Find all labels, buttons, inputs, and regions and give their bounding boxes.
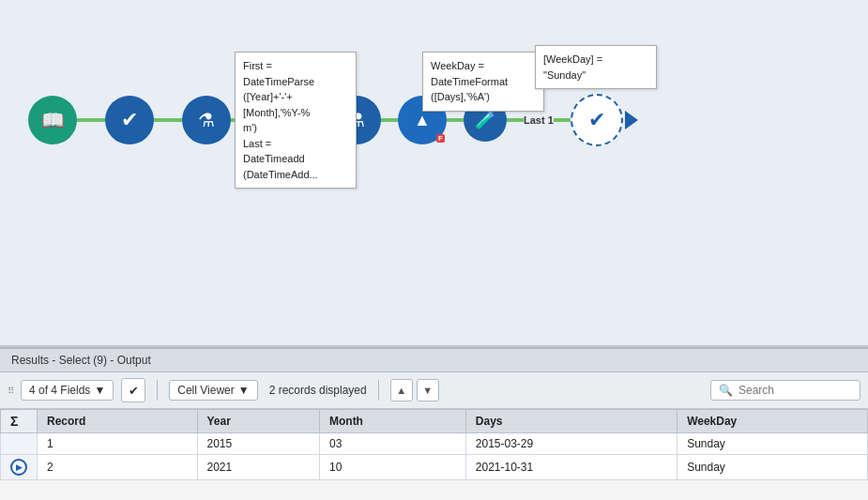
- data-table: Σ Record Year Month Days WeekDay 1201503…: [0, 409, 868, 480]
- formula-3-text: [WeekDay] ="Sunday": [543, 53, 602, 81]
- data-table-container: Σ Record Year Month Days WeekDay 1201503…: [0, 409, 868, 480]
- formula-box-2: WeekDay =DateTimeFormat([Days],'%A'): [422, 52, 544, 112]
- connector-5: [381, 118, 398, 122]
- cell-year: 2015: [197, 433, 319, 455]
- search-box[interactable]: 🔍: [710, 380, 860, 401]
- node-check-final[interactable]: ✔: [571, 94, 623, 146]
- dropdown-arrow: ▼: [94, 384, 105, 397]
- results-panel: Results - Select (9) - Output ⠿ 4 of 4 F…: [0, 347, 868, 500]
- col-record: Record: [38, 410, 198, 433]
- checkmark-button[interactable]: ✔: [121, 378, 145, 402]
- cell-record: 2: [38, 455, 198, 480]
- search-input[interactable]: [739, 384, 842, 397]
- cell-viewer-arrow: ▼: [238, 384, 250, 397]
- check-icon-final: ✔: [588, 108, 605, 132]
- nav-arrows: ▲ ▼: [390, 379, 439, 402]
- cell-viewer-dropdown[interactable]: Cell Viewer ▼: [169, 380, 257, 401]
- last-box: Last 1: [524, 114, 554, 126]
- formula-2-text: WeekDay =DateTimeFormat([Days],'%A'): [431, 60, 508, 102]
- formula-1-text: First =DateTimeParse([Year]+'-'+[Month],…: [243, 60, 318, 180]
- row-icon-cell: [1, 433, 38, 455]
- cell-days: 2021-10-31: [465, 455, 677, 480]
- table-row[interactable]: ▶22021102021-10-31Sunday: [1, 455, 868, 480]
- search-icon: 🔍: [719, 384, 733, 397]
- row-circle-icon: ▶: [10, 459, 27, 476]
- node-flask-1[interactable]: ⚗: [182, 96, 231, 144]
- results-title: Results - Select (9) - Output: [11, 354, 151, 367]
- node-book[interactable]: 📖: [28, 96, 77, 144]
- row-icon-cell: ▶: [1, 455, 38, 480]
- connector-7: [507, 118, 524, 122]
- connector-2: [154, 118, 182, 122]
- cell-weekday: Sunday: [678, 455, 868, 480]
- connector-6: [447, 118, 464, 122]
- cell-days: 2015-03-29: [465, 433, 677, 455]
- triangle-icon: ▲: [414, 111, 431, 130]
- formula-box-3: [WeekDay] ="Sunday": [535, 45, 657, 89]
- connector-1: [77, 118, 105, 122]
- separator-2: [378, 380, 379, 401]
- arrow-right: [625, 111, 638, 129]
- cell-year: 2021: [197, 455, 319, 480]
- col-sum-icon: Σ: [1, 410, 38, 433]
- fields-dropdown[interactable]: 4 of 4 Fields ▼: [21, 380, 114, 401]
- results-toolbar: ⠿ 4 of 4 Fields ▼ ✔ Cell Viewer ▼ 2 reco…: [0, 372, 868, 409]
- tubes-icon: 🧪: [475, 110, 495, 130]
- cell-month: 10: [319, 455, 465, 480]
- flask-icon-1: ⚗: [198, 109, 215, 131]
- cell-viewer-label: Cell Viewer: [177, 384, 234, 397]
- node-check-1[interactable]: ✔: [105, 96, 154, 144]
- table-row[interactable]: 12015032015-03-29Sunday: [1, 433, 868, 455]
- fields-label: 4 of 4 Fields: [29, 384, 90, 397]
- workflow-canvas: First =DateTimeParse([Year]+'-'+[Month],…: [0, 0, 868, 347]
- cell-record: 1: [38, 433, 198, 455]
- cell-weekday: Sunday: [678, 433, 868, 455]
- drag-handle[interactable]: ⠿: [8, 386, 13, 396]
- cell-month: 03: [319, 433, 465, 455]
- results-header: Results - Select (9) - Output: [0, 349, 868, 372]
- col-days: Days: [465, 410, 677, 433]
- f-label: F: [436, 134, 445, 143]
- nav-down[interactable]: ▼: [417, 379, 439, 402]
- check-icon-1: ✔: [121, 108, 138, 132]
- col-month: Month: [319, 410, 465, 433]
- connector-8: [554, 118, 571, 122]
- col-year: Year: [197, 410, 319, 433]
- last-label: Last 1: [524, 114, 554, 126]
- col-weekday: WeekDay: [678, 410, 868, 433]
- formula-box-1: First =DateTimeParse([Year]+'-'+[Month],…: [235, 52, 357, 189]
- nav-up[interactable]: ▲: [390, 379, 413, 402]
- record-count: 2 records displayed: [269, 384, 367, 397]
- separator-1: [157, 380, 158, 401]
- book-icon: 📖: [41, 109, 65, 131]
- checkmark-icon: ✔: [129, 384, 139, 398]
